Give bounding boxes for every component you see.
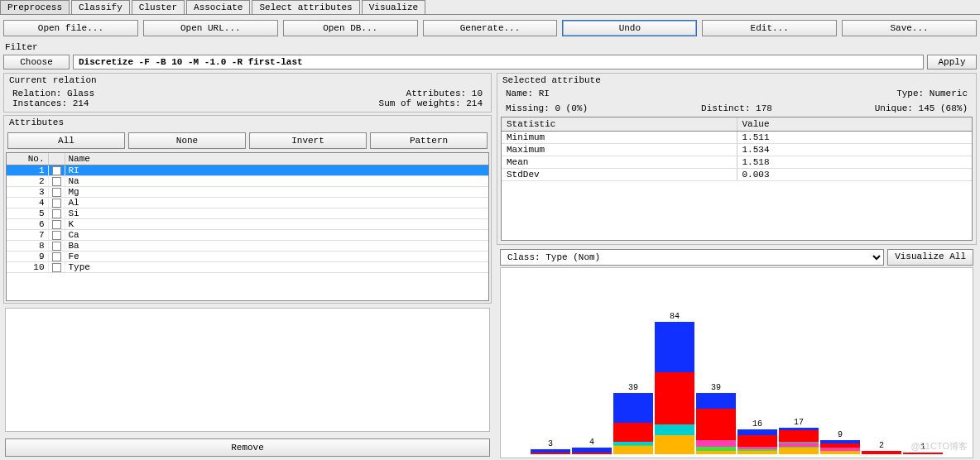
histogram-bar: 16 xyxy=(737,419,778,454)
filter-title: Filter xyxy=(3,41,977,53)
apply-button[interactable]: Apply xyxy=(927,55,977,69)
none-button[interactable]: None xyxy=(128,132,246,149)
sa-unique-label: Unique: xyxy=(875,103,913,113)
instances-label: Instances: xyxy=(12,98,67,108)
tab-preprocess[interactable]: Preprocess xyxy=(0,0,70,14)
selected-attribute-title: Selected attribute xyxy=(497,74,976,87)
table-row[interactable]: 7Ca xyxy=(7,230,488,241)
attr-checkbox[interactable] xyxy=(52,231,61,240)
watermark: @51CTO博客 xyxy=(911,440,968,453)
histogram-bar: 9 xyxy=(819,430,861,454)
undo-button[interactable]: Undo xyxy=(562,20,697,36)
current-relation-panel: Current relation Relation: Glass Instanc… xyxy=(3,73,492,113)
table-row[interactable]: 8Ba xyxy=(7,241,488,252)
histogram-bar: 39 xyxy=(695,383,737,454)
attributes-title: Attributes xyxy=(4,116,491,129)
main-tabs: PreprocessClassifyClusterAssociateSelect… xyxy=(0,0,980,15)
col-no: No. xyxy=(7,153,48,165)
sow-label: Sum of weights: xyxy=(379,98,461,108)
table-row[interactable]: 4Al xyxy=(7,198,488,208)
stat-col: Statistic xyxy=(502,117,737,132)
histogram-bar: 2 xyxy=(861,441,902,454)
col-name: Name xyxy=(65,153,488,165)
current-relation-title: Current relation xyxy=(4,74,491,87)
invert-button[interactable]: Invert xyxy=(249,132,367,149)
tab-classify[interactable]: Classify xyxy=(71,0,130,14)
sa-missing: 0 (0%) xyxy=(555,103,588,113)
toolbar: Open file... Open URL... Open DB... Gene… xyxy=(0,15,980,40)
relation-label: Relation: xyxy=(12,89,61,98)
filter-text[interactable]: Discretize -F -B 10 -M -1.0 -R first-las… xyxy=(73,55,924,69)
sa-distinct: 178 xyxy=(756,103,772,113)
attr-checkbox[interactable] xyxy=(52,220,61,229)
attr-checkbox[interactable] xyxy=(52,199,61,208)
attr-checkbox[interactable] xyxy=(52,166,61,175)
attr-checkbox[interactable] xyxy=(52,263,61,272)
attributes-table[interactable]: No. Name 1RI2Na3Mg4Al5Si6K7Ca8Ba9Fe10Typ… xyxy=(7,153,488,273)
sow-value: 214 xyxy=(466,98,483,108)
histogram-bar: 39 xyxy=(612,383,654,454)
tab-visualize[interactable]: Visualize xyxy=(362,0,425,14)
all-button[interactable]: All xyxy=(7,132,125,149)
attributes-blank-area xyxy=(5,308,490,432)
attr-checkbox[interactable] xyxy=(52,252,61,261)
attr-checkbox[interactable] xyxy=(52,209,61,218)
attributes-value: 10 xyxy=(472,89,483,98)
histogram-bar: 3 xyxy=(530,439,571,454)
sa-type: Numeric xyxy=(930,89,968,98)
histogram-bar: 4 xyxy=(571,438,612,454)
relation-value: Glass xyxy=(67,89,94,98)
attributes-panel: Attributes All None Invert Pattern No. N… xyxy=(3,115,492,304)
sa-unique: 145 (68%) xyxy=(919,103,968,113)
table-row: Mean1.518 xyxy=(502,156,972,169)
attr-checkbox[interactable] xyxy=(52,177,61,186)
attr-checkbox[interactable] xyxy=(52,188,61,197)
selected-attribute-panel: Selected attribute Name: RI Type: Numeri… xyxy=(497,73,977,245)
histogram-bar: 17 xyxy=(778,418,819,454)
save-button[interactable]: Save... xyxy=(842,20,977,36)
instances-value: 214 xyxy=(73,98,89,108)
table-row: Maximum1.534 xyxy=(502,144,972,156)
table-row[interactable]: 2Na xyxy=(7,176,488,187)
stats-table: Statistic Value Minimum1.511Maximum1.534… xyxy=(502,117,972,181)
remove-button[interactable]: Remove xyxy=(5,438,490,457)
histogram-panel: 343984391617921 @51CTO博客 xyxy=(500,267,973,458)
table-row[interactable]: 5Si xyxy=(7,208,488,219)
table-row[interactable]: 6K xyxy=(7,219,488,230)
choose-button[interactable]: Choose xyxy=(3,55,70,69)
open-db-button[interactable]: Open DB... xyxy=(283,20,418,36)
value-col: Value xyxy=(737,117,972,132)
generate-button[interactable]: Generate... xyxy=(423,20,558,36)
table-row[interactable]: 1RI xyxy=(7,165,488,176)
edit-button[interactable]: Edit... xyxy=(702,20,837,36)
table-row[interactable]: 10Type xyxy=(7,262,488,273)
sa-missing-label: Missing: xyxy=(506,103,550,113)
table-row: Minimum1.511 xyxy=(502,132,972,144)
sa-distinct-label: Distinct: xyxy=(701,103,750,113)
class-select[interactable]: Class: Type (Nom) xyxy=(500,249,884,266)
sa-name-label: Name: xyxy=(506,89,533,98)
sa-type-label: Type: xyxy=(896,89,924,98)
open-file-button[interactable]: Open file... xyxy=(3,20,138,36)
attr-checkbox[interactable] xyxy=(52,242,61,251)
visualize-all-button[interactable]: Visualize All xyxy=(887,249,973,266)
table-row[interactable]: 9Fe xyxy=(7,252,488,262)
histogram-bar: 84 xyxy=(654,312,695,454)
pattern-button[interactable]: Pattern xyxy=(370,132,488,149)
tab-associate[interactable]: Associate xyxy=(186,0,250,14)
tab-cluster[interactable]: Cluster xyxy=(132,0,185,14)
sa-name: RI xyxy=(539,89,550,98)
attributes-label: Attributes: xyxy=(406,89,467,98)
tab-select-attributes[interactable]: Select attributes xyxy=(252,0,359,14)
open-url-button[interactable]: Open URL... xyxy=(143,20,278,36)
table-row: StdDev0.003 xyxy=(502,169,972,181)
table-row[interactable]: 3Mg xyxy=(7,187,488,198)
